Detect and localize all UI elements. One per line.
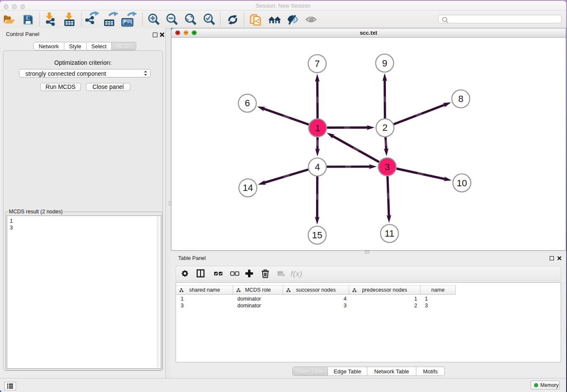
svg-text:15: 15 <box>312 230 322 240</box>
svg-text:11: 11 <box>385 228 394 239</box>
svg-text:1: 1 <box>315 122 320 133</box>
svg-text:3: 3 <box>385 161 390 172</box>
svg-text:10: 10 <box>457 177 467 188</box>
svg-text:8: 8 <box>458 94 463 104</box>
svg-text:2: 2 <box>383 122 388 133</box>
svg-text:7: 7 <box>314 58 319 69</box>
svg-text:9: 9 <box>382 58 387 68</box>
svg-text:6: 6 <box>245 98 250 108</box>
svg-text:f(x): f(x) <box>291 269 302 278</box>
svg-text:14: 14 <box>243 182 253 193</box>
svg-text:4: 4 <box>315 162 320 172</box>
